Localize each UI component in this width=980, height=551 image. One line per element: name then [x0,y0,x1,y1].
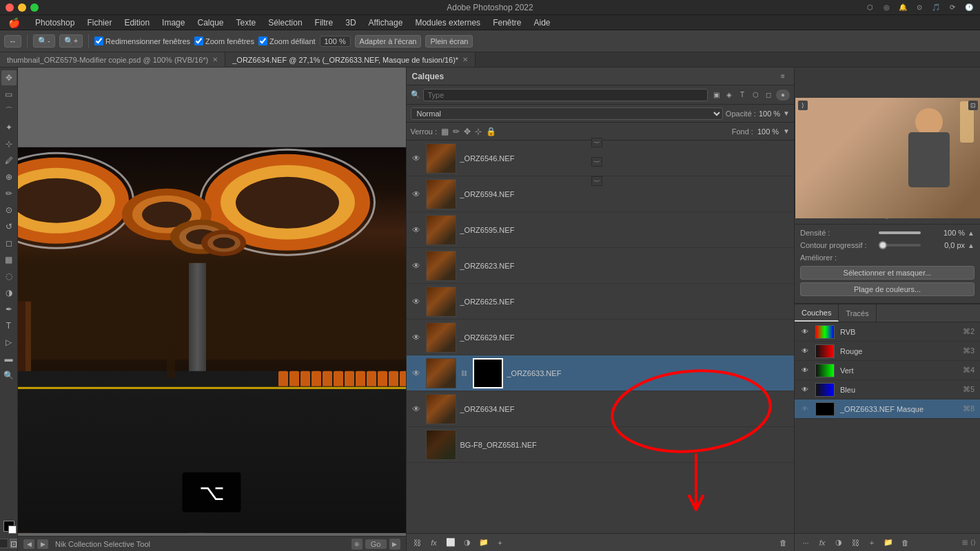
expand-btn-1[interactable]: ⟩ [591,138,602,147]
menu-3d[interactable]: 3D [340,17,361,29]
adjustment-btn[interactable]: ◑ [460,537,474,549]
group-btn[interactable]: 📁 [477,537,491,549]
fullscreen-btn[interactable]: Plein écran [425,35,473,48]
zoom-out-btn[interactable]: 🔍- [33,34,55,48]
ch-link-btn[interactable]: ⛓ [848,537,862,549]
dodge-tool[interactable]: ◑ [1,285,17,300]
move-tool-btn[interactable]: ↔ [4,35,21,48]
fit-screen-btn[interactable]: Adapter à l'écran [355,35,422,48]
ch-collapse-btn[interactable]: ⟨⟩ [970,539,976,546]
layer-4-visibility[interactable]: 👁 [411,296,422,307]
gradient-tool[interactable]: ▦ [1,252,17,267]
menu-photoshop[interactable]: Photoshop [30,17,80,29]
lock-move-icon[interactable]: ✥ [464,127,471,136]
channel-rouge-vis[interactable]: 👁 [800,346,810,356]
filter-toggle[interactable]: ● [776,90,790,101]
apple-menu[interactable]: 🍎 [3,16,25,30]
delete-layer-btn[interactable]: 🗑 [776,537,790,549]
heal-tool[interactable]: ⊕ [1,169,17,185]
select-tool[interactable]: ▭ [1,87,17,102]
foreground-color[interactable] [3,521,14,532]
eyedrop-tool[interactable]: 🖉 [1,153,17,168]
mask-btn[interactable]: ⬜ [444,537,458,549]
pen-tool[interactable]: ✒ [1,302,17,317]
menu-affichage[interactable]: Affichage [363,17,409,29]
ch-new-btn[interactable]: + [865,537,879,549]
ch-delete-btn[interactable]: 🗑 [898,537,912,549]
menu-image[interactable]: Image [156,17,190,29]
channel-vert[interactable]: 👁 Vert ⌘4 [795,361,980,380]
webcam-expand[interactable]: ⊡ [968,101,978,110]
tab-1-close[interactable]: ✕ [462,56,468,63]
layer-7-visibility[interactable]: 👁 [411,404,422,415]
blur-tool[interactable]: ◌ [1,269,17,284]
ch-dots-btn[interactable]: ··· [799,537,813,549]
channel-tab-couches[interactable]: Couches [795,304,839,322]
lock-all-icon[interactable]: 🔒 [486,127,496,136]
layer-item-2[interactable]: 👁 _ORZ6595.NEF [407,212,795,248]
layer-3-visibility[interactable]: 👁 [411,260,422,271]
resize-windows-check[interactable]: Redimensionner fenêtres [94,37,190,45]
menu-edition[interactable]: Edition [119,17,155,29]
crop-tool[interactable]: ⊹ [1,136,17,152]
channel-tab-traces[interactable]: Tracés [839,304,876,322]
channel-rvb-vis[interactable]: 👁 [800,327,810,337]
status-icon-2[interactable]: ▶ [389,539,400,550]
contour-slider[interactable] [879,244,921,247]
minimize-button[interactable] [18,3,26,12]
path-select[interactable]: ▷ [1,335,17,350]
filter-smart[interactable]: ◻ [763,90,774,101]
channel-bleu-vis[interactable]: 👁 [800,385,810,395]
ch-grid-btn[interactable]: ⊞ [962,539,968,546]
go-button[interactable]: Go [365,539,387,549]
menu-texte[interactable]: Texte [231,17,262,29]
lasso-tool[interactable]: ⌒ [1,103,17,118]
channel-mask[interactable]: 👁 _ORZ6633.NEF Masque ⌘8 [795,399,980,419]
channel-rvb[interactable]: 👁 RVB ⌘2 [795,322,980,342]
ch-mask2-btn[interactable]: ◑ [832,537,846,549]
zoom-in-btn[interactable]: 🔍+ [59,34,83,48]
menu-modules[interactable]: Modules externes [409,17,486,29]
filter-pixel[interactable]: ▣ [711,90,722,101]
lock-brush-icon[interactable]: ✏ [453,127,460,136]
channel-rouge[interactable]: 👁 Rouge ⌘3 [795,342,980,361]
type-tool[interactable]: T [1,318,17,333]
mask-mode[interactable] [0,539,8,548]
lock-artboard-icon[interactable]: ⊹ [475,127,482,136]
history-brush[interactable]: ↺ [1,219,17,234]
screen-mode[interactable]: ⊡ [10,539,19,548]
zoom-button[interactable] [30,3,39,12]
density-slider[interactable] [879,231,921,234]
channel-vert-vis[interactable]: 👁 [800,366,810,375]
status-icon-1[interactable]: ⊕ [351,539,363,550]
tab-0[interactable]: thumbnail_ORZ6579-Modifier copie.psd @ 1… [0,52,225,67]
menu-calque[interactable]: Calque [192,17,229,29]
zoom-scroll-check[interactable]: Zoom défilant [258,37,316,45]
webcam-collapse[interactable]: ⟩ [798,101,808,110]
layers-menu-icon[interactable]: ≡ [777,71,788,82]
menu-aide[interactable]: Aide [528,17,555,29]
fill-arrow[interactable]: ▼ [783,127,790,135]
layer-6-visibility[interactable]: 👁 [411,368,422,379]
filter-shape[interactable]: ⬡ [750,90,761,101]
ch-fx-btn[interactable]: fx [815,537,829,549]
layer-0-visibility[interactable]: 👁 [411,153,422,164]
close-button[interactable] [6,3,14,12]
color-range-btn[interactable]: Plage de couleurs... [800,282,974,296]
shape-tool[interactable]: ▬ [1,351,17,366]
expand-btn-3[interactable]: ⟩ [591,176,602,186]
layer-item-7[interactable]: 👁 _ORZ6634.NEF [407,391,795,427]
expand-btn-2[interactable]: ⟩ [591,157,602,167]
move-tool[interactable]: ✥ [1,70,17,85]
new-layer-btn[interactable]: + [493,537,507,549]
opacity-arrow[interactable]: ▼ [783,110,790,117]
blend-mode-select[interactable]: Normal [411,107,723,120]
status-prev[interactable]: ◀ [23,539,34,549]
layer-item-6[interactable]: 👁 ⛓ _ORZ6633.NEF [407,355,795,391]
select-mask-btn[interactable]: Sélectionner et masquer... [800,266,974,280]
filter-adjust[interactable]: ◈ [724,90,735,101]
layer-1-visibility[interactable]: 👁 [411,189,422,200]
fx-btn[interactable]: fx [427,537,441,549]
ch-folder-btn[interactable]: 📁 [881,537,895,549]
brush-tool[interactable]: ✏ [1,186,17,201]
